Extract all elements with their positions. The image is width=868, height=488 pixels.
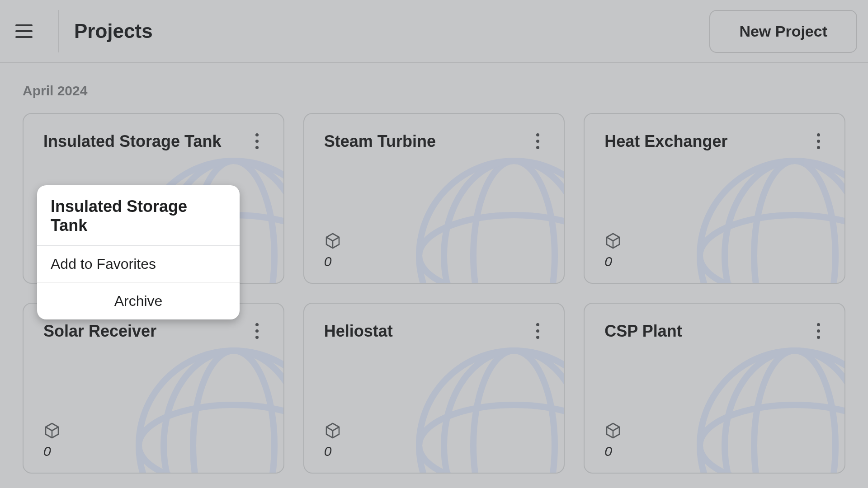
project-item-count: 0 [324, 444, 544, 459]
app-header: Projects New Project [0, 0, 868, 63]
cube-icon [324, 232, 544, 249]
project-item-count: 0 [324, 254, 544, 269]
cube-icon [604, 422, 825, 439]
page-title: Projects [74, 20, 153, 42]
project-card-title: Heat Exchanger [604, 132, 727, 151]
project-card[interactable]: CSP Plant 0 [584, 303, 845, 474]
project-card[interactable]: Heliostat 0 [303, 303, 565, 474]
kebab-menu-icon[interactable] [531, 322, 544, 340]
kebab-menu-icon[interactable] [812, 322, 825, 340]
new-project-button[interactable]: New Project [709, 10, 857, 53]
project-item-count: 0 [604, 444, 825, 459]
kebab-menu-icon[interactable] [251, 322, 264, 340]
project-card[interactable]: Solar Receiver 0 [23, 303, 284, 474]
project-card-title: Insulated Storage Tank [43, 132, 221, 151]
project-card-title: CSP Plant [604, 322, 682, 341]
project-card-title: Solar Receiver [43, 322, 156, 341]
project-item-count: 0 [604, 254, 825, 269]
kebab-menu-icon[interactable] [812, 132, 825, 150]
hamburger-menu-icon[interactable] [15, 20, 38, 42]
project-card[interactable]: Heat Exchanger 0 [584, 113, 845, 284]
kebab-menu-icon[interactable] [531, 132, 544, 150]
context-menu-item-archive[interactable]: Archive [37, 282, 240, 319]
project-card-title: Heliostat [324, 322, 393, 341]
cube-icon [43, 422, 264, 439]
project-card[interactable]: Steam Turbine 0 [303, 113, 565, 284]
section-date-label: April 2024 [23, 83, 845, 99]
card-context-menu: Insulated Storage Tank Add to Favorites … [37, 185, 240, 319]
context-menu-item-add-to-favorites[interactable]: Add to Favorites [37, 246, 240, 282]
cube-icon [604, 232, 825, 249]
context-menu-title: Insulated Storage Tank [37, 185, 240, 245]
project-item-count: 0 [43, 444, 264, 459]
header-divider [58, 10, 59, 52]
kebab-menu-icon[interactable] [251, 132, 264, 150]
project-card-title: Steam Turbine [324, 132, 436, 151]
cube-icon [324, 422, 544, 439]
